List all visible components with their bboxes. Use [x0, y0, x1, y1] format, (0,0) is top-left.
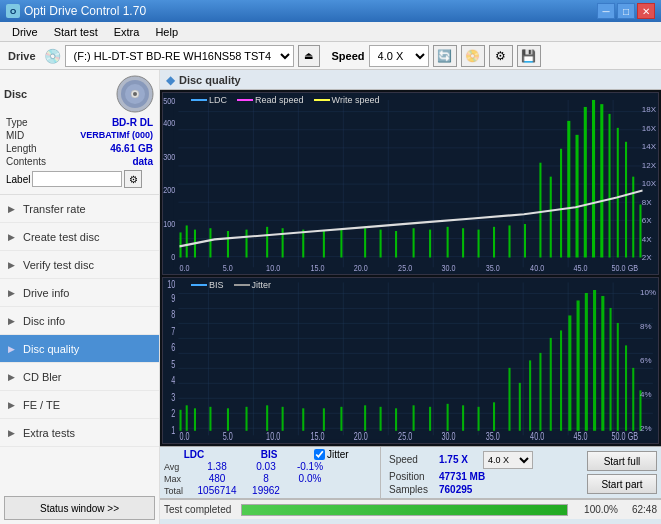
- speed-value: 1.75 X: [439, 454, 479, 465]
- disc-panel-title: Disc: [4, 88, 27, 100]
- start-full-button[interactable]: Start full: [587, 451, 657, 471]
- chart2-container: BIS Jitter 10% 8% 6% 4% 2%: [162, 277, 659, 444]
- panel-title: Disc quality: [179, 74, 241, 86]
- sidebar-item-verify-test-disc[interactable]: ▶ Verify test disc: [0, 251, 159, 279]
- svg-rect-91: [508, 368, 510, 431]
- progress-fill: [242, 505, 567, 515]
- save-button[interactable]: 💾: [517, 45, 541, 67]
- speed-select[interactable]: 4.0 X: [369, 45, 429, 67]
- disc-contents-label: Contents: [6, 156, 46, 167]
- svg-rect-73: [194, 409, 196, 431]
- svg-rect-14: [186, 225, 188, 257]
- svg-rect-105: [632, 368, 634, 431]
- svg-text:500: 500: [163, 95, 175, 106]
- svg-text:10.0: 10.0: [266, 431, 280, 443]
- sidebar-item-drive-info[interactable]: ▶ Drive info: [0, 279, 159, 307]
- svg-text:30.0: 30.0: [441, 262, 455, 273]
- svg-rect-32: [493, 227, 495, 258]
- svg-text:300: 300: [163, 151, 175, 162]
- svg-rect-99: [585, 293, 588, 431]
- maximize-button[interactable]: □: [617, 3, 635, 19]
- nav-disc-info-label: Disc info: [23, 315, 65, 327]
- disc-label-btn[interactable]: ⚙: [124, 170, 142, 188]
- svg-text:9: 9: [171, 293, 175, 305]
- svg-text:6: 6: [171, 342, 175, 354]
- svg-rect-96: [560, 331, 562, 431]
- sidebar-item-cd-bler[interactable]: ▶ CD Bler: [0, 363, 159, 391]
- sidebar-item-fe-te[interactable]: ▶ FE / TE: [0, 391, 159, 419]
- chart2-y-right: 10% 8% 6% 4% 2%: [640, 278, 658, 443]
- svg-rect-95: [550, 338, 552, 431]
- svg-rect-33: [508, 225, 510, 257]
- chart1-svg: 0 100 200 300 400 500: [163, 93, 658, 274]
- drive-label: Drive: [4, 50, 40, 62]
- svg-rect-84: [395, 409, 397, 431]
- svg-text:50.0 GB: 50.0 GB: [612, 262, 639, 273]
- sidebar-item-create-test-disc[interactable]: ▶ Create test disc: [0, 223, 159, 251]
- progress-percent: 100.0%: [578, 504, 618, 515]
- minimize-button[interactable]: ─: [597, 3, 615, 19]
- svg-text:10: 10: [167, 279, 175, 291]
- svg-rect-80: [323, 409, 325, 431]
- nav-extra-tests-label: Extra tests: [23, 427, 75, 439]
- svg-text:15.0: 15.0: [310, 431, 324, 443]
- menu-start-test[interactable]: Start test: [46, 24, 106, 40]
- position-value: 47731 MB: [439, 471, 485, 482]
- close-button[interactable]: ✕: [637, 3, 655, 19]
- jitter-checkbox[interactable]: [314, 449, 325, 460]
- sidebar-item-disc-info[interactable]: ▶ Disc info: [0, 307, 159, 335]
- svg-rect-87: [447, 404, 449, 431]
- nav-create-test-disc-label: Create test disc: [23, 231, 99, 243]
- svg-rect-78: [282, 407, 284, 431]
- disc-contents-value: data: [132, 156, 153, 167]
- svg-text:7: 7: [171, 326, 175, 338]
- status-text: Test completed: [164, 504, 231, 515]
- start-part-button[interactable]: Start part: [587, 474, 657, 494]
- svg-rect-86: [429, 407, 431, 431]
- media-button[interactable]: 📀: [461, 45, 485, 67]
- stats-ldc-header: LDC: [164, 449, 224, 460]
- disc-info-panel: Disc Type BD-R DL MID VERBATIMf (000) Le…: [0, 70, 159, 195]
- stats-bar: LDC BIS Jitter Avg 1.38 0.03 -0.1%: [160, 446, 661, 524]
- svg-rect-104: [625, 346, 627, 431]
- svg-rect-74: [209, 407, 211, 431]
- app-title: Opti Drive Control 1.70: [24, 4, 146, 18]
- svg-text:20.0: 20.0: [354, 262, 368, 273]
- svg-rect-17: [227, 231, 229, 257]
- svg-rect-39: [576, 135, 579, 258]
- svg-text:20.0: 20.0: [354, 431, 368, 443]
- speed-select2[interactable]: 4.0 X: [483, 451, 533, 469]
- svg-rect-88: [462, 406, 464, 431]
- menu-extra[interactable]: Extra: [106, 24, 148, 40]
- svg-rect-90: [493, 403, 495, 431]
- refresh-button[interactable]: 🔄: [433, 45, 457, 67]
- menu-help[interactable]: Help: [147, 24, 186, 40]
- svg-rect-34: [524, 224, 526, 257]
- svg-text:25.0: 25.0: [398, 431, 412, 443]
- sidebar-item-transfer-rate[interactable]: ▶ Transfer rate: [0, 195, 159, 223]
- disc-length-label: Length: [6, 143, 37, 154]
- disc-icon: [115, 74, 155, 114]
- nav-fe-te-label: FE / TE: [23, 399, 60, 411]
- avg-jitter: -0.1%: [290, 461, 330, 472]
- svg-rect-72: [186, 406, 188, 431]
- status-window-button[interactable]: Status window >>: [4, 496, 155, 520]
- menu-drive[interactable]: Drive: [4, 24, 46, 40]
- sidebar-item-disc-quality[interactable]: ▶ Disc quality: [0, 335, 159, 363]
- svg-text:15.0: 15.0: [310, 262, 324, 273]
- eject-button[interactable]: ⏏: [298, 45, 320, 67]
- settings-button[interactable]: ⚙: [489, 45, 513, 67]
- svg-text:5: 5: [171, 359, 175, 371]
- svg-rect-75: [227, 409, 229, 431]
- sidebar-item-extra-tests[interactable]: ▶ Extra tests: [0, 419, 159, 447]
- drive-select[interactable]: (F:) HL-DT-ST BD-RE WH16NS58 TST4: [65, 45, 294, 67]
- speed-label2: Speed: [389, 454, 435, 465]
- svg-rect-102: [610, 308, 612, 431]
- svg-rect-83: [380, 407, 382, 431]
- svg-rect-6: [178, 100, 652, 267]
- disc-label-input[interactable]: [32, 171, 122, 187]
- svg-rect-29: [447, 227, 449, 258]
- svg-rect-77: [266, 406, 268, 431]
- svg-rect-76: [246, 407, 248, 431]
- legend-bis: BIS: [191, 280, 224, 290]
